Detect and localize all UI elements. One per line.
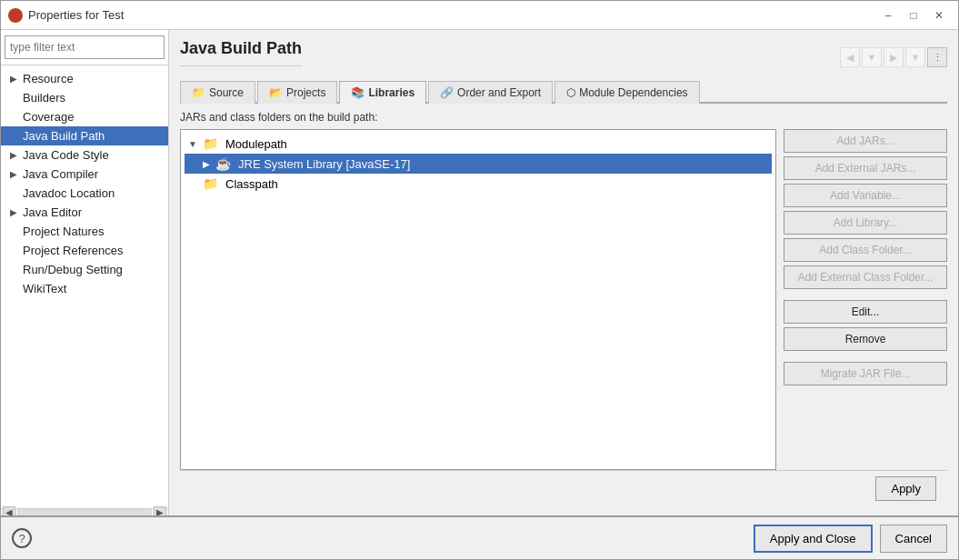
panel-body: ▼📁Modulepath▶☕JRE System Library [JavaSE…	[180, 129, 947, 470]
build-path-description: JARs and class folders on the build path…	[180, 111, 947, 124]
add-jars-button: Add JARs...	[784, 129, 947, 153]
apply-button[interactable]: Apply	[875, 476, 936, 501]
tree-arrow-jre-library: ▶	[203, 159, 210, 169]
cancel-button[interactable]: Cancel	[880, 525, 947, 553]
expand-arrow-resource: ▶	[10, 74, 19, 84]
sidebar-item-label-java-build-path: Java Build Path	[23, 129, 105, 143]
build-tree-item-jre-library[interactable]: ▶☕JRE System Library [JavaSE-17]	[185, 154, 772, 174]
tab-label-order-and-export: Order and Export	[457, 86, 541, 99]
tab-icon-order-and-export: 🔗	[440, 86, 454, 99]
left-section: ▼📁Modulepath▶☕JRE System Library [JavaSE…	[180, 129, 776, 470]
sidebar-item-label-java-editor: Java Editor	[23, 205, 82, 219]
sidebar-item-builders[interactable]: Builders	[1, 88, 168, 107]
sidebar-item-project-references[interactable]: Project References	[1, 241, 168, 260]
tab-icon-projects: 📂	[269, 86, 283, 99]
sidebar-item-label-project-natures: Project Natures	[23, 225, 105, 238]
sidebar-item-java-compiler[interactable]: ▶Java Compiler	[1, 165, 168, 184]
sidebar-item-resource[interactable]: ▶Resource	[1, 69, 168, 88]
expand-arrow-java-editor: ▶	[10, 207, 19, 217]
build-tree-label-modulepath: Modulepath	[225, 137, 287, 151]
tabs-bar: 📁Source📂Projects📚Libraries🔗Order and Exp…	[180, 79, 947, 104]
tab-libraries[interactable]: 📚Libraries	[339, 81, 426, 104]
sidebar-item-wikitext[interactable]: WikiText	[1, 279, 168, 298]
tab-projects[interactable]: 📂Projects	[257, 81, 337, 104]
build-path-tree[interactable]: ▼📁Modulepath▶☕JRE System Library [JavaSE…	[180, 129, 776, 470]
apply-and-close-button[interactable]: Apply and Close	[754, 525, 873, 553]
add-variable-button: Add Variable...	[784, 184, 947, 207]
sidebar-item-label-project-references: Project References	[23, 244, 124, 257]
migrate-jar-button: Migrate JAR File...	[784, 362, 947, 385]
sidebar-item-label-run-debug-settings: Run/Debug Setting	[23, 263, 123, 276]
scroll-left[interactable]: ◀	[3, 506, 15, 516]
footer: ? Apply and Close Cancel	[1, 515, 958, 559]
sidebar-item-coverage[interactable]: Coverage	[1, 107, 168, 126]
expand-arrow-java-code-style: ▶	[10, 150, 19, 160]
sidebar-item-project-natures[interactable]: Project Natures	[1, 222, 168, 241]
sidebar-item-javadoc-location[interactable]: Javadoc Location	[1, 184, 168, 203]
build-tree-label-jre-library: JRE System Library [JavaSE-17]	[238, 157, 410, 171]
add-library-button: Add Library...	[784, 211, 947, 235]
sidebar-item-label-resource: Resource	[23, 72, 74, 85]
footer-buttons: Apply and Close Cancel	[754, 525, 947, 553]
sidebar-item-java-build-path[interactable]: Java Build Path	[1, 126, 168, 145]
nav-forward-dropdown[interactable]: ▼	[905, 47, 925, 67]
sidebar-scrollbar: ◀ ▶	[1, 508, 168, 515]
help-button[interactable]: ?	[12, 528, 32, 548]
scroll-right[interactable]: ▶	[154, 506, 166, 516]
add-external-class-folder-button: Add External Class Folder...	[784, 265, 947, 289]
panel-title: Java Build Path	[180, 39, 302, 66]
sidebar-item-label-wikitext: WikiText	[23, 282, 66, 295]
build-tree-item-classpath[interactable]: 📁Classpath	[185, 174, 772, 194]
tab-label-source: Source	[209, 86, 244, 99]
sidebar-item-java-code-style[interactable]: ▶Java Code Style	[1, 145, 168, 165]
nav-back-dropdown[interactable]: ▼	[862, 47, 882, 67]
window-icon	[8, 8, 23, 23]
sidebar-item-label-javadoc-location: Javadoc Location	[23, 186, 115, 200]
tab-label-module-dependencies: Module Dependencies	[579, 86, 687, 99]
window-controls: – □ ✕	[876, 5, 951, 25]
panel-header: Java Build Path ◀ ▼ ▶ ▼ ⋮	[180, 39, 947, 75]
sidebar-tree: ▶ResourceBuildersCoverageJava Build Path…	[1, 65, 168, 508]
nav-menu[interactable]: ⋮	[927, 47, 947, 67]
expand-arrow-java-compiler: ▶	[10, 169, 19, 179]
main-window: Properties for Test – □ ✕ ▶ResourceBuild…	[0, 0, 959, 560]
filter-input-wrap	[1, 30, 168, 65]
edit-button[interactable]: Edit...	[784, 300, 947, 324]
sidebar-item-java-editor[interactable]: ▶Java Editor	[1, 203, 168, 222]
nav-forward-button[interactable]: ▶	[884, 47, 904, 67]
folder-icon-modulepath: 📁	[203, 136, 218, 151]
window-title: Properties for Test	[28, 8, 871, 22]
close-button[interactable]: ✕	[927, 5, 951, 25]
folder-icon-classpath: 📁	[203, 176, 218, 191]
nav-back-button[interactable]: ◀	[840, 47, 860, 67]
maximize-button[interactable]: □	[902, 5, 925, 25]
scroll-track[interactable]	[17, 509, 152, 516]
filter-input[interactable]	[5, 35, 165, 59]
tab-label-libraries: Libraries	[368, 86, 415, 99]
tab-label-projects: Projects	[286, 86, 325, 99]
add-external-jars-button: Add External JARs...	[784, 156, 947, 180]
sidebar-item-label-coverage: Coverage	[23, 110, 74, 124]
sidebar: ▶ResourceBuildersCoverageJava Build Path…	[1, 30, 169, 515]
build-tree-item-modulepath[interactable]: ▼📁Modulepath	[185, 134, 772, 154]
tab-icon-module-dependencies: ⬡	[566, 86, 575, 99]
tab-source[interactable]: 📁Source	[180, 81, 255, 104]
tab-icon-libraries: 📚	[351, 86, 365, 99]
build-tree-label-classpath: Classpath	[225, 177, 278, 191]
nav-arrows: ◀ ▼ ▶ ▼ ⋮	[840, 47, 947, 67]
tab-module-dependencies[interactable]: ⬡Module Dependencies	[554, 81, 699, 104]
jar-icon-jre-library: ☕	[215, 156, 231, 171]
main-content: ▶ResourceBuildersCoverageJava Build Path…	[1, 30, 958, 515]
right-panel: Java Build Path ◀ ▼ ▶ ▼ ⋮ 📁Source📂Projec…	[169, 30, 958, 515]
action-buttons: Add JARs...Add External JARs...Add Varia…	[784, 129, 947, 470]
tree-arrow-modulepath: ▼	[188, 139, 197, 149]
remove-button[interactable]: Remove	[784, 327, 947, 351]
sidebar-item-run-debug-settings[interactable]: Run/Debug Setting	[1, 260, 168, 279]
title-bar: Properties for Test – □ ✕	[1, 1, 958, 30]
sidebar-item-label-java-compiler: Java Compiler	[23, 167, 98, 181]
tab-order-and-export[interactable]: 🔗Order and Export	[428, 81, 553, 104]
add-class-folder-button: Add Class Folder...	[784, 238, 947, 262]
bottom-toolbar: Apply	[180, 470, 947, 506]
tab-icon-source: 📁	[192, 86, 205, 99]
minimize-button[interactable]: –	[876, 5, 900, 25]
